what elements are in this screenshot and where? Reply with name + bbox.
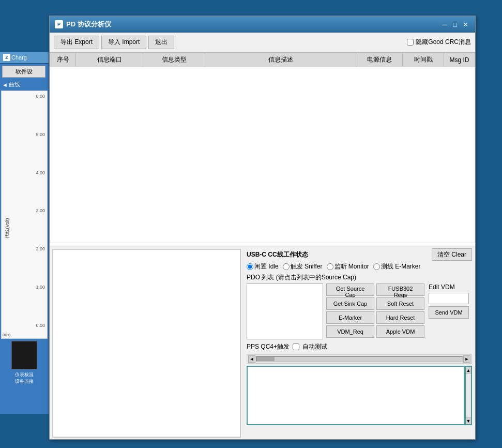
import-label: 导入 Import [108,38,140,46]
pdo-btn-row-4: VDM_Req Apple VDM [326,325,424,338]
sidebar-arrow[interactable]: ◄ 曲线 [0,80,49,89]
vdm-req-btn[interactable]: VDM_Req [326,325,374,338]
export-btn[interactable]: 导出 Export [54,36,99,49]
col-port: 信息端口 [76,53,143,67]
e-marker-label: E-Marker [339,315,362,321]
usb-status-row: USB-C CC线工作状态 清空 Clear [247,248,472,261]
tick-500: 5.00 [36,132,45,137]
y-axis: 6.00 5.00 4.00 3.00 2.00 1.00 0.00 [36,94,45,328]
arrow-icon: ◄ [2,82,8,88]
fusb302-regs-btn[interactable]: FUSB302 Regs [376,283,424,296]
radio-sniffer-label: 触发 Sniffer [291,262,323,271]
scroll-track[interactable] [256,356,463,362]
table-header: 序号 信息端口 信息类型 信息描述 电源信息 时间戳 Msg ID [50,53,475,67]
textarea-wrapper: ▲ ▼ [247,366,472,438]
pdo-btn-row-1: Get Source Cap FUSB302 Regs [326,283,424,296]
sidebar-tab[interactable]: Z Charg [0,52,49,64]
minimize-btn[interactable]: ─ [440,20,449,29]
main-window: P PD 协议分析仪 ─ □ ✕ 导出 Export 导入 Import 退出 [49,16,476,440]
scroll-right-arrow[interactable]: ► [463,355,470,363]
pdo-section: PDO 列表 (请点击列表中的Source Cap) Get Source Ca… [247,273,472,339]
soft-reset-label: Soft Reset [387,301,414,307]
send-vdm-label: Send VDM [435,309,462,316]
close-btn[interactable]: ✕ [461,20,470,29]
radio-emarker[interactable]: 测线 E-Marker [373,262,421,271]
edit-vdm-label: Edit VDM [429,283,469,291]
radio-sniffer[interactable]: 触发 Sniffer [283,262,323,271]
col-time: 时间戳 [403,53,444,67]
radio-monitor-input[interactable] [327,263,333,270]
radio-monitor-label: 监听 Monitor [334,262,369,271]
scroll-left-arrow[interactable]: ◄ [248,355,255,363]
radio-idle[interactable]: 闲置 Idle [247,262,279,271]
hard-reset-btn[interactable]: Hard Reset [376,311,424,324]
exit-label: 退出 [155,38,168,46]
tick-600: 6.00 [36,94,45,99]
left-preview [52,249,241,438]
auto-test-checkbox[interactable] [293,344,299,350]
scroll-thumb[interactable] [256,357,275,361]
get-sink-cap-btn[interactable]: Get Sink Cap [326,297,374,310]
data-table: 序号 信息端口 信息类型 信息描述 电源信息 时间戳 Msg ID [50,52,475,243]
main-textarea[interactable] [247,366,465,425]
tick-300: 3.00 [36,208,45,213]
pps-label: PPS QC4+触发 [247,342,290,351]
export-label: 导出 Export [60,38,93,46]
software-settings-label: 软件设 [16,68,33,74]
vdm-input[interactable] [429,293,469,304]
maximize-btn[interactable]: □ [450,20,460,29]
radio-monitor[interactable]: 监听 Monitor [327,262,369,271]
import-btn[interactable]: 导入 Import [101,36,146,49]
tick-100: 1.00 [36,285,45,290]
auto-test-label: 自动测试 [302,342,327,351]
usb-status-title: USB-C CC线工作状态 [247,250,308,259]
title-bar-left: P PD 协议分析仪 [55,20,111,29]
send-vdm-btn[interactable]: Send VDM [429,306,469,319]
clear-btn[interactable]: 清空 Clear [432,248,472,261]
pdo-title: PDO 列表 (请点击列表中的Source Cap) [247,274,356,281]
sidebar-tab-label: Charg [11,54,27,61]
thumbnail-1 [11,341,37,369]
col-type: 信息类型 [143,53,205,67]
tick-000: 0.00 [36,323,45,328]
window-controls: ─ □ ✕ [440,20,470,29]
usb-status-section: USB-C CC线工作状态 清空 Clear 闲置 Idle 触发 Sniffe… [247,248,472,271]
apple-vdm-label: Apple VDM [386,328,415,335]
radio-sniffer-input[interactable] [283,263,290,270]
left-sidebar: Z Charg 软件设 ◄ 曲线 代线(Volt) 6.00 5.00 4.00… [0,52,49,414]
desktop: Z Charg 软件设 ◄ 曲线 代线(Volt) 6.00 5.00 4.00… [0,0,502,448]
get-source-cap-btn[interactable]: Get Source Cap [326,283,374,296]
radio-emarker-label: 测线 E-Marker [381,262,421,271]
window-title: PD 协议分析仪 [66,20,111,29]
curve-label: 曲线 [9,81,20,88]
time-label: 00:0 [3,333,11,337]
textarea-scroll-down[interactable]: ▼ [466,417,471,424]
radio-idle-label: 闲置 Idle [254,262,279,271]
toolbar-right: 隐藏Good CRC消息 [407,38,471,47]
soft-reset-btn[interactable]: Soft Reset [376,297,424,310]
thumbnail-label-1: 仪表核温 [0,371,49,378]
hide-crc-label: 隐藏Good CRC消息 [416,38,471,47]
vdm-req-label: VDM_Req [337,328,363,335]
apple-vdm-btn[interactable]: Apple VDM [376,325,424,338]
table-row [50,67,475,243]
hide-crc-checkbox[interactable] [407,39,414,46]
bottom-section: USB-C CC线工作状态 清空 Clear 闲置 Idle 触发 Sniffe… [50,246,475,440]
table-body [50,67,475,243]
tick-400: 4.00 [36,170,45,175]
radio-emarker-input[interactable] [373,263,380,270]
radio-idle-input[interactable] [247,263,253,270]
y-axis-label: 代线(Volt) [4,218,11,238]
pdo-buttons: Get Source Cap FUSB302 Regs Get Sink Cap [326,283,424,339]
pdo-list[interactable] [247,283,323,339]
e-marker-btn[interactable]: E-Marker [326,311,374,324]
toolbar-left: 导出 Export 导入 Import 退出 [54,36,174,49]
exit-btn[interactable]: 退出 [148,36,174,49]
window-icon: P [55,20,63,28]
get-source-cap-label: Get Source Cap [336,286,365,298]
pdo-content: Get Source Cap FUSB302 Regs Get Sink Cap [247,283,472,339]
textarea-scroll-up[interactable]: ▲ [466,367,471,374]
title-bar: P PD 协议分析仪 ─ □ ✕ [50,16,475,33]
software-settings-btn[interactable]: 软件设 [2,66,45,78]
radio-group: 闲置 Idle 触发 Sniffer 监听 Monitor 测线 E- [247,262,472,271]
